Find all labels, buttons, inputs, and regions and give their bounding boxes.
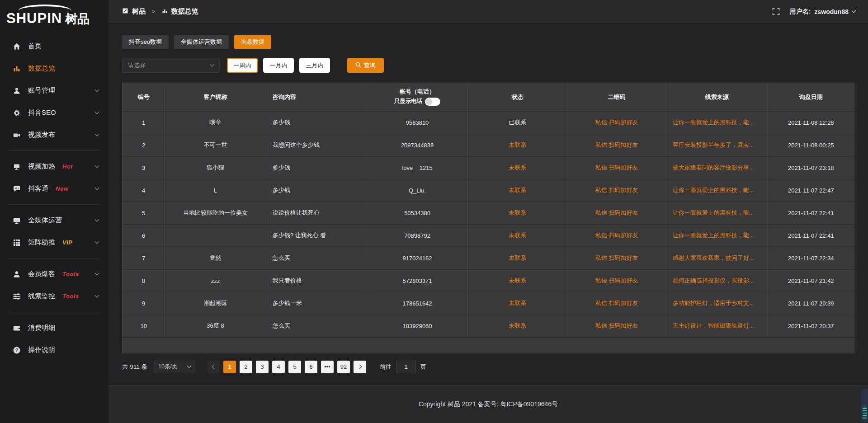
search-button[interactable]: 查询 (347, 58, 384, 73)
cell-account: 50534380 (367, 202, 467, 224)
inquiry-table: 编号 客户昵称 咨询内容 帐号（电话） 只显示电话 状态 (122, 83, 854, 353)
col-no: 编号 (123, 83, 165, 111)
page-size-value: 10条/页 (158, 363, 177, 371)
sidebar-item-home[interactable]: 首页 (0, 35, 108, 57)
cell-qr-links[interactable]: 私信 扫码加好友 (567, 315, 666, 337)
cell-source-link[interactable]: 无主灯设计，智能磁吸轨道灯... (666, 315, 768, 337)
col-content: 咨询内容 (266, 83, 367, 111)
page-button[interactable]: 3 (256, 361, 269, 373)
chevron-down-icon (95, 186, 99, 190)
col-source: 线索来源 (666, 83, 768, 111)
sidebar-item-video-heat[interactable]: 视频加热 Hot (0, 155, 108, 178)
account-select[interactable]: 请选择 (122, 58, 220, 73)
cell-content: 怎么买 (266, 315, 367, 337)
cell-account: Q_Liu. (367, 179, 467, 202)
cell-content: 我只看价格 (266, 269, 367, 292)
page-size-select[interactable]: 10条/页 (154, 361, 195, 373)
logo: SHUPIN 树品 (0, 4, 108, 30)
prev-page-button[interactable] (207, 361, 220, 373)
cell-source-link[interactable]: 客厅安装投影半年多了，真实... (666, 134, 768, 156)
sidebar-item-label: 操作说明 (28, 346, 55, 354)
cell-content: 多少钱 (266, 179, 367, 202)
page-button[interactable]: 2 (240, 361, 252, 373)
person-icon (12, 270, 21, 278)
page-button[interactable]: 92 (337, 361, 350, 373)
cell-source-link[interactable]: 让你一眼就爱上的黑科技，能... (666, 179, 768, 202)
breadcrumb-separator: > (152, 8, 156, 15)
cell-source-link[interactable]: 多功能护栏灯，适用于乡村文... (666, 292, 768, 315)
next-page-button[interactable] (354, 361, 366, 373)
range-month-button[interactable]: 一月内 (263, 58, 294, 73)
sidebar-item-label: 矩阵助推 (28, 238, 55, 247)
sidebar-item-omnimedia-operation[interactable]: 全媒体运营 (0, 209, 108, 231)
breadcrumb-root[interactable]: 树品 (132, 7, 146, 16)
sidebar-item-account-management[interactable]: 账号管理 (0, 80, 108, 102)
sidebar-item-video-publish[interactable]: 视频发布 (0, 124, 108, 146)
tab-douyin-seo-data[interactable]: 抖音seo数据 (122, 35, 169, 49)
page-button[interactable]: 6 (305, 361, 317, 373)
page-button[interactable]: 5 (288, 361, 301, 373)
table-row: 8 zzz 我只看价格 572803371 未联系 私信 扫码加好友 如何正确选… (123, 269, 854, 292)
page-button[interactable]: 4 (272, 361, 285, 373)
cell-source-link[interactable]: 感谢大家喜欢我家，被问了好... (666, 247, 768, 269)
logo-arc (18, 5, 71, 11)
table-filler (123, 338, 854, 353)
cell-qr-links[interactable]: 私信 扫码加好友 (567, 202, 666, 224)
sidebar-item-member-baoke[interactable]: 会员爆客 Tools (0, 263, 108, 285)
logo-text-cn: 树品 (65, 11, 90, 27)
floating-widget[interactable] (861, 389, 868, 422)
cell-content: 多少钱 (266, 156, 367, 179)
cell-no: 2 (123, 134, 165, 156)
page-button[interactable]: ••• (321, 361, 334, 373)
sidebar-item-label: 首页 (28, 42, 42, 51)
cell-qr-links[interactable]: 私信 扫码加好友 (567, 224, 666, 247)
tab-omnimedia-data[interactable]: 全媒体运营数据 (174, 35, 229, 49)
col-nickname: 客户昵称 (165, 83, 266, 111)
breadcrumb: 树品 > 数据总览 (122, 7, 198, 16)
sidebar-item-instructions[interactable]: ? 操作说明 (0, 339, 108, 361)
cell-qr-links[interactable]: 私信 扫码加好友 (567, 292, 666, 315)
range-quarter-button[interactable]: 三月内 (299, 58, 330, 73)
data-tabs: 抖音seo数据 全媒体运营数据 询盘数据 (122, 35, 854, 49)
chevron-down-icon (95, 164, 99, 168)
cell-qr-links[interactable]: 私信 扫码加好友 (567, 111, 666, 134)
only-phone-toggle[interactable] (425, 98, 440, 106)
svg-text:?: ? (15, 347, 18, 352)
sidebar-item-lead-monitor[interactable]: 线索监控 Tools (0, 285, 108, 307)
sidebar-item-data-overview[interactable]: 数据总览 (0, 57, 108, 80)
sidebar-item-douketong[interactable]: 抖客通 New (0, 178, 108, 200)
user-dropdown[interactable]: 用户名: zswodun88 (790, 8, 855, 16)
cell-source-link[interactable]: 如何正确选择投影仪，买投影... (666, 269, 768, 292)
range-week-button[interactable]: 一周内 (227, 58, 258, 73)
sidebar-item-consumption-details[interactable]: 消费明细 (0, 317, 108, 339)
page-button-active[interactable]: 1 (223, 361, 236, 373)
search-button-label: 查询 (364, 61, 376, 70)
cell-status: 未联系 (468, 156, 567, 179)
cell-qr-links[interactable]: 私信 扫码加好友 (567, 247, 666, 269)
main-content: 抖音seo数据 全媒体运营数据 询盘数据 请选择 一周内 一月内 三月内 查询 (108, 24, 868, 385)
cell-qr-links[interactable]: 私信 扫码加好友 (567, 269, 666, 292)
cell-source-link[interactable]: 让你一眼就爱上的黑科技，能... (666, 202, 768, 224)
table-row: 2 不可一世 我想问这个多少钱 2097344839 未联系 私信 扫码加好友 … (123, 134, 854, 156)
goto-page: 前往 页 (380, 361, 426, 373)
cell-source-link[interactable]: 让你一眼就爱上的黑科技，能... (666, 224, 768, 247)
goto-page-input[interactable] (396, 361, 416, 373)
sidebar-item-douyin-seo[interactable]: 抖音SEO (0, 102, 108, 124)
tab-inquiry-data[interactable]: 询盘数据 (234, 35, 271, 49)
table-row: 9 潮起潮落 多少钱一米 178651642 未联系 私信 扫码加好友 多功能护… (123, 292, 854, 315)
cell-source-link[interactable]: 让你一眼就爱上的黑科技，能... (666, 111, 768, 134)
cell-qr-links[interactable]: 私信 扫码加好友 (567, 134, 666, 156)
cell-qr-links[interactable]: 私信 扫码加好友 (567, 156, 666, 179)
cell-source-link[interactable]: 被大家追着问的客厅投影分享... (666, 156, 768, 179)
topbar-right: 用户名: zswodun88 (772, 8, 855, 16)
sidebar-item-matrix-boost[interactable]: 矩阵助推 VIP (0, 231, 108, 254)
cell-content: 多少钱一米 (266, 292, 367, 315)
cell-nickname: 狐小狸 (165, 156, 266, 179)
cell-account: 183929060 (367, 315, 467, 337)
fullscreen-icon[interactable] (772, 8, 780, 15)
cell-nickname: 36度 8 (165, 315, 266, 337)
cell-qr-links[interactable]: 私信 扫码加好友 (567, 179, 666, 202)
video-camera-icon (12, 131, 21, 139)
cell-no: 6 (123, 224, 165, 247)
vip-badge: VIP (62, 239, 72, 246)
